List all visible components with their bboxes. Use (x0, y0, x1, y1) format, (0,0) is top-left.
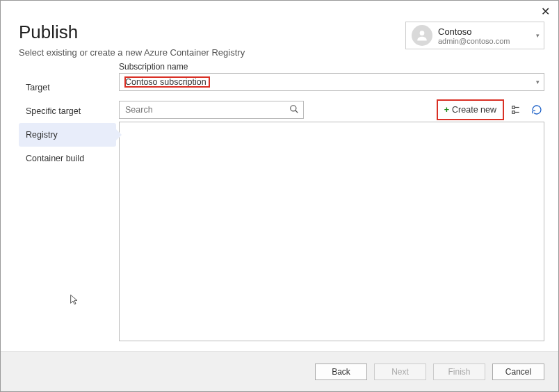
chevron-down-icon: ▾ (536, 79, 540, 85)
sidebar-item-container-build[interactable]: Container build (19, 147, 116, 170)
header: Publish Select existing or create a new … (1, 1, 558, 62)
account-name: Contoso (438, 26, 510, 37)
sidebar-item-registry[interactable]: Registry (19, 123, 116, 147)
registry-results-pane[interactable] (119, 122, 544, 341)
svg-point-0 (420, 31, 425, 35)
wizard-sidebar: Target Specific target Registry Containe… (19, 62, 116, 351)
page-title: Publish (19, 22, 245, 43)
search-icon (289, 104, 299, 116)
account-email: admin@contoso.com (438, 37, 510, 45)
avatar-icon (412, 25, 432, 46)
svg-point-1 (291, 105, 296, 111)
create-new-label: Create new (452, 105, 496, 115)
close-icon[interactable]: ✕ (541, 6, 550, 17)
search-field[interactable] (124, 104, 289, 115)
sidebar-item-target[interactable]: Target (19, 76, 116, 99)
next-button: Next (374, 364, 426, 380)
chevron-down-icon: ▾ (536, 32, 540, 39)
publish-dialog: ✕ Publish Select existing or create a ne… (0, 0, 559, 392)
svg-line-2 (295, 110, 298, 113)
create-new-button[interactable]: + Create new (438, 101, 503, 119)
main-panel: Subscription name Contoso subscription ▾… (116, 62, 544, 351)
back-button[interactable]: Back (315, 364, 367, 380)
svg-rect-3 (512, 106, 515, 109)
finish-button: Finish (433, 364, 485, 380)
title-block: Publish Select existing or create a new … (19, 22, 245, 58)
footer: Back Next Finish Cancel (1, 351, 558, 391)
sidebar-item-specific-target[interactable]: Specific target (19, 99, 116, 123)
cancel-button[interactable]: Cancel (492, 364, 544, 380)
subscription-combo[interactable]: Contoso subscription ▾ (119, 73, 544, 91)
tree-view-icon[interactable] (508, 102, 524, 117)
svg-rect-4 (512, 111, 515, 114)
search-input[interactable] (119, 101, 304, 119)
refresh-icon[interactable] (529, 102, 544, 117)
subscription-label: Subscription name (119, 62, 544, 72)
account-picker[interactable]: Contoso admin@contoso.com ▾ (405, 22, 544, 49)
subscription-value: Contoso subscription (125, 77, 209, 87)
page-subtitle: Select existing or create a new Azure Co… (19, 47, 245, 58)
plus-icon: + (444, 105, 449, 115)
